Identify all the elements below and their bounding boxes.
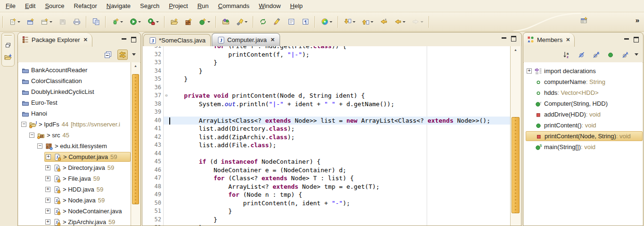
menu-navigate[interactable]: Navigate (102, 1, 135, 11)
code-line-34[interactable]: 34 } (142, 67, 511, 75)
hide-fields-button[interactable] (576, 50, 586, 60)
tree-item-ziparchiv-java[interactable]: +J> ZipArchiv.java59 (18, 217, 131, 226)
code-text[interactable]: NodeContainer e = (NodeContainer) d; (169, 166, 347, 175)
menu-refactor[interactable]: Refactor (69, 1, 102, 11)
tree-item-doublylinkedcycliclist[interactable]: DoublyLinkedCyclicList (18, 86, 131, 97)
dropdown-caret-icon[interactable] (50, 21, 52, 23)
member-printcontent[interactable]: printContent() : void (524, 120, 643, 131)
annotation-ruler[interactable] (142, 224, 149, 226)
previous-annotation-button[interactable] (361, 17, 374, 26)
line-number[interactable]: 42 (149, 133, 163, 142)
close-view-icon[interactable]: ✕ (83, 37, 88, 43)
new-class-button[interactable] (198, 17, 211, 26)
scroll-up-arrow-icon[interactable]: ▲ (511, 46, 520, 53)
tree-item-ipdfs[interactable]: −J> IpdFs44[https://svnserver.i (18, 119, 131, 130)
line-number[interactable]: 49 (149, 191, 163, 199)
view-menu-dropdown-icon[interactable] (635, 53, 638, 56)
hide-local-types-button[interactable]: L (620, 50, 630, 60)
menu-file[interactable]: File (1, 1, 20, 11)
save-all-button[interactable] (91, 17, 101, 26)
code-text[interactable]: System.out.println("|-" + ident + " " + … (169, 100, 394, 109)
editor-scrollbar[interactable]: ▲ (510, 46, 521, 226)
minimize-view-icon[interactable] (122, 38, 126, 42)
code-text[interactable]: ArrayList<Class<? extends Node>> list = … (169, 117, 490, 125)
code-text[interactable]: } (169, 216, 217, 224)
menu-source[interactable]: Source (40, 1, 69, 11)
annotation-ruler[interactable] (142, 133, 149, 142)
code-text[interactable]: printContent(f, "|-"); (169, 50, 309, 59)
scrollbar-thumb[interactable] (132, 74, 139, 204)
tree-item-hanoi[interactable]: Hanoi (18, 108, 131, 119)
dropdown-caret-icon[interactable] (421, 21, 423, 23)
annotation-ruler[interactable] (142, 191, 149, 199)
code-line-49[interactable]: 49 for (Node n : tmp) { (142, 191, 511, 199)
tree-item-computer-java[interactable]: +J> Computer.java59 (18, 151, 131, 162)
line-number[interactable]: 50 (149, 199, 163, 208)
last-edit-location-button[interactable] (379, 17, 388, 26)
dropdown-caret-icon[interactable] (156, 21, 159, 23)
annotation-ruler[interactable] (142, 117, 149, 125)
code-line-47[interactable]: 47 for (Class<? extends Node> T : list) … (142, 174, 511, 183)
code-text[interactable]: } (169, 207, 232, 216)
member-computer-string-hdd[interactable]: cComputer(String, HDD) (524, 98, 643, 109)
scroll-up-arrow-icon[interactable]: ▲ (131, 62, 140, 69)
line-number[interactable]: 35 (149, 75, 163, 84)
package-explorer-view-tab[interactable]: Package Explorer ✕ (18, 33, 92, 47)
code-line-32[interactable]: 32 printContent(f, "|-"); (142, 50, 511, 59)
dropdown-caret-icon[interactable] (120, 21, 123, 23)
annotation-ruler[interactable] (142, 46, 149, 50)
external-tools-button[interactable] (146, 17, 160, 26)
menu-edit[interactable]: Edit (20, 1, 40, 11)
tree-item-directory-java[interactable]: +J> Directory.java59 (18, 162, 131, 173)
link-with-editor-button[interactable] (117, 50, 128, 60)
line-number[interactable]: 47 (149, 174, 163, 183)
expander-icon[interactable]: − (21, 122, 26, 127)
code-text[interactable]: if (d instanceof NodeContainer) { (169, 158, 321, 166)
code-line-38[interactable]: 38 System.out.println("|-" + ident + " "… (142, 100, 511, 109)
expander-icon[interactable]: − (37, 143, 42, 149)
member-adddrive-hdd[interactable]: addDrive(HDD) : void (524, 109, 643, 120)
menu-window[interactable]: Window (254, 1, 285, 11)
new-package-button[interactable] (183, 17, 193, 26)
annotation-ruler[interactable] (142, 50, 149, 59)
expander-icon[interactable]: + (45, 209, 50, 214)
dropdown-caret-icon[interactable] (353, 21, 355, 23)
menu-commands[interactable]: Commands (214, 1, 254, 11)
line-number[interactable]: 46 (149, 166, 163, 175)
code-line-31[interactable]: 31 for (File f : hdd.get(File.class)) { (142, 46, 511, 50)
tree-item-node-java[interactable]: +J> Node.java59 (18, 195, 131, 206)
minimize-view-icon[interactable] (624, 38, 629, 42)
line-number[interactable]: 48 (149, 183, 163, 191)
code-text[interactable]: } (169, 67, 202, 75)
annotation-ruler[interactable] (142, 207, 149, 216)
code-line-53[interactable]: 53 } (142, 224, 511, 226)
tree-item-euro-test[interactable]: Euro-Test (18, 97, 131, 108)
color-palette-button[interactable] (320, 17, 333, 26)
code-text[interactable]: ArrayList<? extends Node> tmp = e.get(T)… (169, 183, 380, 191)
members-view-tab[interactable]: Members ✕ (523, 33, 575, 47)
save-button[interactable] (58, 17, 67, 26)
code-text[interactable]: for (File f : hdd.get(File.class)) { (169, 46, 347, 50)
print-button[interactable] (72, 17, 82, 26)
code-line-33[interactable]: 33 } (142, 59, 511, 67)
code-text[interactable]: private void printContent(Node d, String… (169, 92, 365, 100)
code-text[interactable]: } (169, 59, 217, 67)
annotation-ruler[interactable] (142, 141, 149, 150)
annotation-ruler[interactable] (142, 59, 149, 67)
annotation-ruler[interactable] (142, 84, 149, 92)
hide-static-members-button[interactable]: S (591, 50, 601, 60)
menu-help[interactable]: Help (285, 1, 307, 11)
annotation-ruler[interactable] (142, 158, 149, 166)
expander-icon[interactable]: + (45, 198, 50, 203)
line-number[interactable]: 36 (149, 84, 163, 92)
close-tab-icon[interactable]: ✕ (271, 37, 275, 43)
code-text[interactable]: } (169, 75, 188, 84)
line-number[interactable]: 52 (149, 216, 163, 224)
hide-non-public-button[interactable] (605, 50, 616, 60)
code-line-39[interactable]: 39 (142, 108, 511, 117)
annotation-ruler[interactable] (142, 216, 149, 224)
line-number[interactable]: 33 (149, 59, 163, 67)
show-selected-element-button[interactable] (286, 17, 296, 26)
code-text[interactable]: } (169, 224, 202, 226)
line-number[interactable]: 40 (149, 117, 163, 125)
